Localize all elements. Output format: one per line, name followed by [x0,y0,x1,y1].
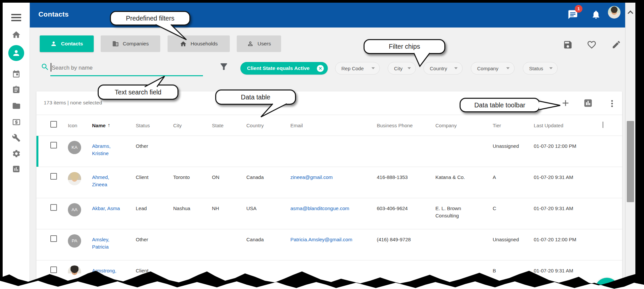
column-header-state[interactable]: State [212,123,246,128]
table-body: KA Abrams, Kristine Other Unassigned 01-… [36,136,622,289]
filter-chip-status[interactable]: Status [523,62,558,75]
sidebar-item-settings[interactable] [3,148,30,158]
cell-email-link[interactable]: Patricia.Amsley@gmail.com [290,237,352,242]
save-icon [563,40,573,50]
column-header-name[interactable]: Name↑ [92,122,136,128]
contact-name-link[interactable]: Armstrong, [92,267,116,274]
cell-status: Lead [136,198,173,212]
cell-last-updated: 01-07-20 12:00 PM [534,136,603,150]
row-checkbox[interactable] [50,173,57,180]
predefined-filter-companies[interactable]: Companies [101,35,160,52]
bell-icon [591,10,601,20]
sidebar-item-calendar[interactable] [3,69,30,79]
remove-filter-icon[interactable]: ✕ [317,65,324,72]
scroll-up-arrow-icon[interactable] [628,11,633,16]
heart-outline-icon [587,40,597,50]
contact-name-link[interactable]: Abrams, Kristine [92,143,122,157]
sidebar-item-reports[interactable] [3,164,30,174]
contact-name-link[interactable]: Akbar, Asma [92,205,120,212]
cell-state [212,260,246,267]
favorite-button[interactable] [586,39,597,51]
sidebar [3,3,30,289]
sidebar-item-home[interactable] [3,30,30,40]
column-header-last-updated[interactable]: Last Updated [534,123,603,128]
column-header-email[interactable]: Email [290,123,377,128]
data-table-panel: 173 items | none selected Icon Name↑ Sta… [36,91,622,289]
sidebar-item-tools[interactable] [3,133,30,143]
cell-tier: Unassigned [493,229,534,243]
table-row[interactable]: Ahmed, Zineea Client Toronto ON Canada z… [36,167,622,198]
page-title: Contacts [38,10,69,18]
contact-avatar [68,265,81,279]
scrollbar-thumb[interactable] [627,121,634,202]
filter-chip-rep-code[interactable]: Rep Code [335,62,380,75]
save-view-button[interactable] [562,39,573,51]
cell-last-updated: 01-07-20 9:31 AM [534,260,603,274]
callout-filter-chips: Filter chips [364,39,445,54]
more-options-button[interactable] [607,98,617,109]
sidebar-item-tasks[interactable] [3,85,30,95]
column-header-city[interactable]: City [173,123,212,128]
notifications-button[interactable] [591,10,601,20]
chip-label: Status [529,66,543,71]
active-filter-chip[interactable]: Client State equals Active ✕ [240,62,328,75]
cell-business-phone: 416-888-1353 [377,167,435,181]
table-row[interactable]: KA Abrams, Kristine Other Unassigned 01-… [36,136,622,167]
chevron-right-icon[interactable] [603,122,603,128]
filter-button[interactable] [219,62,229,72]
table-row[interactable]: AA Akbar, Asma Lead Nashua NH USA asma@b… [36,198,622,229]
text-cursor [51,63,51,72]
contact-name-link[interactable]: Amsley, Patricia [92,236,122,251]
filter-chip-city[interactable]: City [388,62,416,75]
add-button[interactable] [560,98,571,109]
cell-tier: Unassigned [493,136,534,150]
column-header-company[interactable]: Company [435,123,493,128]
select-all-checkbox[interactable] [50,121,57,128]
tab-label: Households [191,41,218,47]
cell-state [212,229,246,236]
cell-email-link[interactable]: asma@blanditcongue.com [290,205,349,211]
items-status: 173 items | none selected [44,100,102,106]
table-row[interactable]: Armstrong, Client B 01-07-20 9:31 AM [36,260,622,289]
cell-country: Canada [246,167,290,181]
cell-business-phone [377,260,435,267]
vertical-scrollbar[interactable] [625,3,635,289]
predefined-filter-contacts[interactable]: Contacts [40,35,94,52]
filter-chip-company[interactable]: Company [471,62,515,75]
cell-state [212,136,246,143]
building-icon [112,40,119,47]
active-filter-label: Client State equals Active [247,65,310,71]
row-checkbox[interactable] [50,142,57,148]
cell-status: Other [136,229,173,243]
predefined-filter-users[interactable]: Users [237,35,281,52]
table-row[interactable]: PA Amsley, Patricia Other Canada Patrici… [36,229,622,260]
cell-status: Client [136,260,173,274]
cell-email-link[interactable]: zineea@gmail.com [290,174,333,180]
chart-view-button[interactable] [583,98,593,109]
chevron-down-icon [549,67,553,69]
predefined-filter-households[interactable]: Households [168,35,230,52]
cell-state: ON [212,167,246,181]
user-avatar[interactable] [608,6,620,19]
sidebar-item-billing[interactable] [3,117,30,127]
column-header-country[interactable]: Country [246,123,290,128]
search-underline [50,75,203,76]
sidebar-item-contacts[interactable] [3,45,30,61]
chip-label: Country [430,66,447,71]
search-input[interactable] [52,63,194,73]
row-checkbox[interactable] [50,204,57,211]
column-header-business-phone[interactable]: Business Phone [377,123,435,128]
column-header-icon[interactable]: Icon [68,123,92,128]
edit-button[interactable] [611,39,622,51]
hamburger-menu-icon[interactable] [8,12,25,23]
row-checkbox[interactable] [50,266,57,273]
contact-name-link[interactable]: Ahmed, Zineea [92,174,122,188]
column-header-tier[interactable]: Tier [493,123,534,128]
home-icon [12,30,21,39]
wrench-icon [12,134,21,142]
column-header-status[interactable]: Status [136,123,173,128]
person-icon [50,40,57,47]
sidebar-item-files[interactable] [3,101,30,111]
filter-chip-country[interactable]: Country [423,62,463,75]
row-checkbox[interactable] [50,235,57,242]
